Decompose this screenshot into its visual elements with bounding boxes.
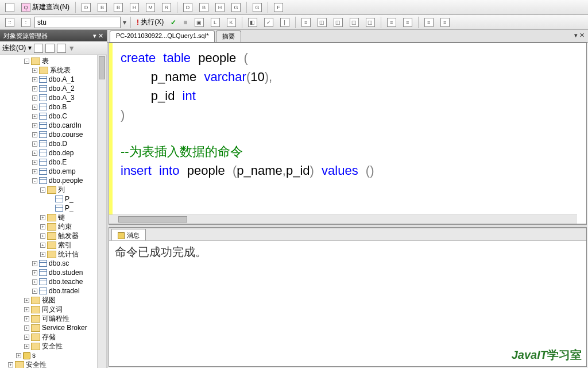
tree-node[interactable]: +可编程性: [0, 314, 106, 323]
tree-node[interactable]: +dbo.B: [0, 102, 106, 112]
tree-node[interactable]: +系统表: [0, 66, 106, 75]
oe-refresh-icon[interactable]: [34, 44, 43, 53]
expand-icon[interactable]: +: [32, 132, 37, 137]
tree-node[interactable]: P_: [0, 204, 106, 213]
tb2-ico-r7[interactable]: ✓: [261, 16, 276, 29]
expand-icon[interactable]: +: [32, 95, 37, 101]
expand-icon[interactable]: +: [16, 353, 21, 358]
expand-icon[interactable]: +: [24, 335, 29, 340]
editor-hscrollbar[interactable]: [109, 214, 577, 224]
tree-node[interactable]: +同义词: [0, 305, 106, 314]
tb1-ico-6[interactable]: R: [159, 1, 174, 14]
tb2-ico-r10[interactable]: ◫: [315, 16, 330, 29]
expand-icon[interactable]: +: [32, 141, 37, 147]
tb2-stop-icon[interactable]: ■: [180, 16, 190, 29]
tb1-ico-8[interactable]: B: [196, 1, 211, 14]
tb2-ico-r11[interactable]: ◫: [331, 16, 346, 29]
tb1-ico-5[interactable]: M: [143, 1, 158, 14]
tree-node[interactable]: +安全性: [0, 360, 106, 368]
tree-node[interactable]: +约束: [0, 222, 106, 231]
expand-icon[interactable]: +: [24, 344, 29, 349]
tb2-ico-r12[interactable]: ◫: [347, 16, 362, 29]
tree-scroll-thumb[interactable]: [99, 56, 105, 79]
tree-node[interactable]: +dbo.A_1: [0, 75, 106, 84]
tree-node[interactable]: +键: [0, 213, 106, 222]
expand-icon[interactable]: +: [32, 105, 37, 110]
tb1-ico-11[interactable]: G: [250, 1, 265, 14]
editor-hscroll-thumb[interactable]: [118, 216, 187, 223]
tree-node[interactable]: +dbo.studen: [0, 268, 106, 277]
tb2-ico-r17[interactable]: ≡: [438, 16, 452, 29]
expand-icon[interactable]: -: [40, 187, 45, 193]
tb2-ico-r13[interactable]: ◫: [363, 16, 378, 29]
expand-icon[interactable]: +: [32, 261, 37, 266]
tb1-ico-2[interactable]: B: [95, 1, 110, 14]
tb2-ico-r3[interactable]: ▣: [192, 16, 207, 29]
object-tree[interactable]: -表+系统表+dbo.A_1+dbo.A_2+dbo.A_3+dbo.B+dbo…: [0, 55, 107, 368]
oe-filter2-icon[interactable]: ▼: [68, 44, 75, 52]
expand-icon[interactable]: +: [32, 289, 37, 294]
tree-node[interactable]: P_: [0, 194, 106, 204]
tree-node[interactable]: -dbo.people: [0, 176, 106, 185]
expand-icon[interactable]: +: [32, 86, 37, 91]
tree-node[interactable]: +dbo.tradeI: [0, 286, 106, 296]
tab-query-file[interactable]: PC-2011030922...QLQuery1.sql*: [110, 30, 215, 42]
tree-node[interactable]: +统计信: [0, 250, 106, 259]
expand-icon[interactable]: +: [40, 215, 45, 220]
tab-close-icon[interactable]: ▾ ✕: [574, 32, 585, 39]
expand-icon[interactable]: +: [32, 77, 37, 82]
tab-messages[interactable]: 消息: [111, 229, 146, 240]
tb2-ico-r9[interactable]: ≡: [299, 16, 314, 29]
oe-stop-icon[interactable]: [57, 44, 66, 53]
tb2-ico-r5[interactable]: K: [224, 16, 239, 29]
expand-icon[interactable]: +: [32, 123, 37, 128]
tree-node[interactable]: -列: [0, 185, 106, 194]
tb2-ico-r16[interactable]: ≡: [421, 16, 436, 29]
expand-icon[interactable]: +: [24, 298, 29, 303]
expand-icon[interactable]: +: [32, 68, 37, 73]
oe-filter-icon[interactable]: [45, 44, 55, 53]
expand-icon[interactable]: +: [40, 233, 45, 239]
tb2-ico-r14[interactable]: ≡: [384, 16, 399, 29]
tree-scrollbar[interactable]: [97, 55, 106, 368]
expand-icon[interactable]: +: [32, 270, 37, 275]
tb1-ico-1[interactable]: D: [79, 1, 94, 14]
panel-pin-icon[interactable]: ▾ ✕: [93, 32, 103, 40]
expand-icon[interactable]: +: [32, 114, 37, 119]
expand-icon[interactable]: +: [40, 252, 45, 257]
tree-node[interactable]: +触发器: [0, 231, 106, 240]
tree-node[interactable]: +存储: [0, 332, 106, 342]
tb2-ico-r8[interactable]: |: [277, 16, 292, 29]
tree-node[interactable]: +dbo.sc: [0, 259, 106, 268]
expand-icon[interactable]: +: [40, 224, 45, 229]
expand-icon[interactable]: +: [24, 316, 29, 321]
expand-icon[interactable]: +: [32, 151, 37, 156]
expand-icon[interactable]: +: [8, 362, 13, 367]
tb2-parse-icon[interactable]: ✓: [168, 16, 179, 29]
tree-node[interactable]: +安全性: [0, 342, 106, 351]
tb2-ico-r6[interactable]: ◧: [245, 16, 260, 29]
tb2-ico-r15[interactable]: ≡: [400, 16, 415, 29]
expand-icon[interactable]: +: [32, 169, 37, 174]
tree-node[interactable]: +dbo.course: [0, 130, 106, 139]
tb1-ico-a[interactable]: [2, 1, 17, 14]
tree-node[interactable]: +dbo.teache: [0, 277, 106, 286]
tree-node[interactable]: +dbo.emp: [0, 167, 106, 176]
database-combo[interactable]: [34, 17, 121, 28]
tb1-ico-3[interactable]: B: [111, 1, 126, 14]
execute-button[interactable]: ! 执行(X): [134, 16, 167, 29]
expand-icon[interactable]: +: [32, 279, 37, 285]
tree-node[interactable]: +dbo.A_3: [0, 93, 106, 102]
tree-node[interactable]: +s: [0, 351, 106, 360]
expand-icon[interactable]: +: [32, 160, 37, 165]
tb2-ico-l1[interactable]: ::: [2, 16, 17, 29]
tb1-ico-4[interactable]: H: [127, 1, 142, 14]
sql-editor[interactable]: create table people ( p_name varchar(10)…: [109, 43, 587, 224]
connect-dropdown[interactable]: 连接(O) ▾: [2, 43, 32, 53]
expand-icon[interactable]: -: [32, 178, 37, 183]
expand-icon[interactable]: +: [40, 243, 45, 248]
tree-node[interactable]: +Service Broker: [0, 323, 106, 332]
tb1-ico-10[interactable]: G: [229, 1, 243, 14]
tb2-ico-r4[interactable]: L: [208, 16, 223, 29]
tree-node[interactable]: -表: [0, 56, 106, 66]
